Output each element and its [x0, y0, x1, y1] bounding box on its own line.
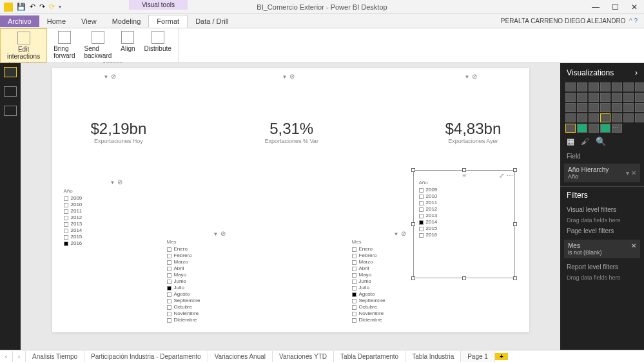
- tab-modeling[interactable]: Modeling: [104, 15, 149, 27]
- checkbox-icon[interactable]: [352, 260, 356, 265]
- undo-icon[interactable]: ↶: [30, 3, 35, 11]
- viz-100-col[interactable]: [623, 82, 634, 91]
- slicer-row[interactable]: 2014: [64, 227, 83, 234]
- viz-clustered-col[interactable]: [600, 82, 610, 91]
- checkbox-icon[interactable]: [352, 318, 356, 323]
- help-icon[interactable]: ?: [634, 17, 638, 24]
- slicer-row[interactable]: 2009: [64, 195, 83, 202]
- checkbox-icon[interactable]: [167, 299, 171, 303]
- send-backward-button[interactable]: Send backward: [82, 30, 115, 61]
- slicer-row[interactable]: 2013: [64, 221, 83, 227]
- slicer-row[interactable]: Febrero: [352, 252, 385, 259]
- tab-format[interactable]: Format: [148, 15, 188, 28]
- slicer-row[interactable]: Junio: [352, 278, 385, 285]
- kpi-exportaciones-ayer[interactable]: $4,83bn Exportaciones Ayer: [445, 120, 502, 144]
- refresh-icon[interactable]: ⟳: [49, 3, 55, 11]
- page-prev-button[interactable]: ‹: [0, 351, 13, 362]
- viz-waterfall[interactable]: [623, 93, 634, 102]
- checkbox-icon[interactable]: [352, 280, 356, 284]
- slicer-row[interactable]: Diciembre: [352, 317, 385, 323]
- maximize-button[interactable]: ☐: [605, 3, 625, 12]
- viz-arcgis[interactable]: [565, 124, 576, 133]
- viz-globe[interactable]: [577, 124, 587, 133]
- checkbox-icon[interactable]: [419, 233, 424, 238]
- checkbox-icon[interactable]: [352, 299, 356, 303]
- slicer-row[interactable]: Agosto: [167, 291, 200, 298]
- slicer-row[interactable]: 2012: [64, 214, 83, 221]
- page-filter-mes[interactable]: Mes✕ is not (Blank): [564, 240, 640, 258]
- align-button[interactable]: Align: [118, 30, 137, 61]
- slicer-row[interactable]: Mayo: [352, 272, 385, 278]
- page-tab-0[interactable]: Analisis Tiempo: [26, 351, 84, 362]
- viz-stacked-area[interactable]: [577, 93, 587, 102]
- slicer-row[interactable]: 2015: [64, 234, 83, 240]
- checkbox-icon[interactable]: [419, 207, 424, 212]
- tab-home[interactable]: Home: [39, 15, 73, 27]
- slicer-row[interactable]: Marzo: [352, 259, 385, 265]
- viz-line-stacked[interactable]: [600, 93, 610, 102]
- checkbox-icon[interactable]: [167, 273, 171, 278]
- checkbox-icon[interactable]: [419, 227, 424, 231]
- drag-hint-report[interactable]: Drag data fields here: [560, 273, 644, 282]
- checkbox-icon[interactable]: [64, 209, 68, 214]
- checkbox-icon[interactable]: [352, 254, 356, 258]
- slicer-row[interactable]: 2012: [419, 206, 438, 213]
- slicer-mes-2[interactable]: Mes EneroFebreroMarzoAbrilMayoJunioJulio…: [352, 239, 385, 323]
- more-options-icon[interactable]: ⋯: [507, 172, 513, 179]
- visual-controls-5[interactable]: [213, 229, 226, 237]
- slicer-row[interactable]: Julio: [352, 285, 385, 291]
- slicer-row[interactable]: Julio: [167, 285, 200, 291]
- slicer-row[interactable]: 2011: [419, 200, 438, 206]
- slicer-row[interactable]: Noviembre: [167, 310, 200, 317]
- checkbox-icon[interactable]: [64, 203, 68, 207]
- slicer-row[interactable]: 2010: [419, 193, 438, 200]
- checkbox-icon[interactable]: [167, 286, 171, 291]
- slicer-row[interactable]: Febrero: [167, 252, 200, 259]
- viz-stacked-col[interactable]: [577, 82, 587, 91]
- viz-treemap[interactable]: [589, 103, 599, 112]
- minimize-button[interactable]: —: [586, 3, 605, 12]
- viz-ribbon[interactable]: [612, 93, 622, 102]
- slicer-row[interactable]: Mayo: [167, 272, 200, 278]
- format-tab-icon[interactable]: 🖌: [581, 137, 589, 146]
- viz-filled-map[interactable]: [612, 103, 622, 112]
- bring-forward-button[interactable]: Bring forward: [51, 30, 77, 61]
- viz-clustered-bar[interactable]: [589, 82, 599, 91]
- slicer-row[interactable]: Enero: [167, 246, 200, 252]
- slicer-row[interactable]: Septiembre: [352, 298, 385, 304]
- viz-kpi[interactable]: [589, 113, 599, 122]
- slicer-row[interactable]: Octubre: [167, 304, 200, 310]
- tab-archivo[interactable]: Archivo: [0, 15, 39, 27]
- viz-funnel[interactable]: [623, 103, 634, 112]
- slicer-row[interactable]: 2009: [419, 187, 438, 193]
- slicer-row[interactable]: 2016: [419, 232, 438, 238]
- checkbox-icon[interactable]: [352, 267, 356, 271]
- redo-icon[interactable]: ↷: [39, 3, 45, 11]
- drag-grip-icon[interactable]: ≡: [463, 172, 465, 179]
- distribute-button[interactable]: Distribute: [142, 30, 174, 61]
- filter-remove-icon[interactable]: ✕: [631, 242, 636, 249]
- slicer-row[interactable]: 2016: [64, 240, 83, 247]
- report-canvas[interactable]: $2,19bn Exportaciones Hoy 5,31% Exportac…: [52, 68, 529, 332]
- checkbox-icon[interactable]: [419, 188, 424, 193]
- slicer-row[interactable]: Abril: [167, 265, 200, 272]
- checkbox-icon[interactable]: [64, 216, 68, 220]
- checkbox-icon[interactable]: [167, 312, 171, 316]
- checkbox-icon[interactable]: [167, 280, 171, 284]
- viz-custom[interactable]: [600, 124, 610, 133]
- visual-controls-4[interactable]: [110, 178, 123, 186]
- page-tab-6[interactable]: Page 1: [461, 351, 495, 362]
- checkbox-icon[interactable]: [167, 247, 171, 252]
- viz-import[interactable]: ⋯: [612, 124, 622, 133]
- checkbox-icon[interactable]: [352, 286, 356, 291]
- checkbox-icon[interactable]: [352, 312, 356, 316]
- edit-interactions-button[interactable]: Edit interactions: [5, 30, 43, 61]
- slicer-row[interactable]: 2015: [419, 225, 438, 232]
- slicer-row[interactable]: Diciembre: [167, 317, 200, 323]
- slicer-row[interactable]: 2010: [64, 202, 83, 208]
- viz-matrix[interactable]: [623, 113, 634, 122]
- kpi-exportaciones-var[interactable]: 5,31% Exportaciones % Var: [265, 120, 318, 144]
- checkbox-icon[interactable]: [64, 229, 68, 233]
- viz-slicer[interactable]: [600, 113, 610, 122]
- slicer-row[interactable]: Octubre: [352, 304, 385, 310]
